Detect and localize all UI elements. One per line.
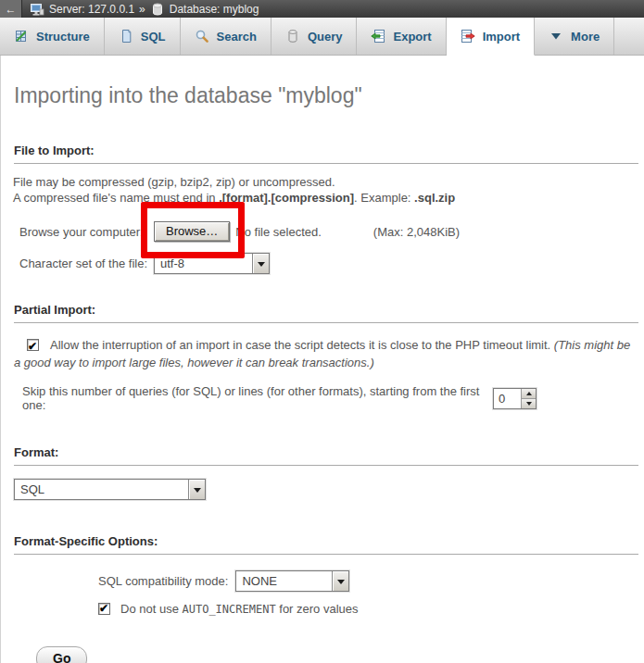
tab-export[interactable]: Export: [357, 18, 446, 55]
auto-increment-checkbox[interactable]: [98, 603, 110, 615]
tab-label: Structure: [36, 30, 90, 44]
browse-button[interactable]: Browse…: [154, 221, 230, 242]
breadcrumb: Server: 127.0.0.1 » Database: myblog: [30, 2, 259, 17]
sql-compatibility-row: SQL compatibility mode: NONE: [98, 570, 644, 592]
spinner: [521, 389, 536, 408]
sql-compatibility-select[interactable]: NONE: [235, 570, 349, 592]
page-title: Importing into the database "myblog": [8, 56, 644, 108]
charset-label: Character set of the file:: [19, 256, 154, 270]
server-icon: [30, 2, 44, 17]
tab-label: Search: [217, 30, 257, 44]
skip-queries-input[interactable]: 0: [493, 388, 537, 409]
tab-label: SQL: [141, 30, 166, 44]
query-icon: [285, 29, 300, 44]
chevron-down-icon: [549, 29, 563, 44]
example-extension: .sql.zip: [414, 191, 455, 205]
format-select[interactable]: SQL: [14, 479, 206, 500]
breadcrumb-server-link[interactable]: Server: 127.0.0.1: [49, 3, 134, 16]
skip-queries-value: 0: [494, 389, 521, 408]
allow-interrupt-text: Allow the interruption of an import in c…: [50, 338, 554, 352]
format-row: SQL: [14, 479, 644, 500]
search-icon: [195, 29, 209, 44]
back-button[interactable]: ←: [0, 0, 22, 18]
compression-info-line2: A compressed file's name must end in .[f…: [13, 190, 644, 206]
no-file-selected-text: No file selected.: [235, 225, 322, 239]
max-upload-size: (Max: 2,048KiB): [373, 225, 460, 239]
browse-label: Browse your computer:: [19, 225, 154, 239]
section-heading-partial-import: Partial Import:: [14, 303, 638, 323]
chevron-down-icon[interactable]: [188, 480, 205, 499]
section-heading-format-options: Format-Specific Options:: [14, 534, 638, 555]
format-pattern: .[format].[compression]: [219, 191, 354, 205]
tab-sql[interactable]: SQL: [105, 18, 181, 55]
sql-compatibility-value: NONE: [236, 571, 332, 591]
back-arrow-icon: ←: [6, 3, 17, 16]
file-upload-row: Browse your computer: Browse… No file se…: [19, 221, 644, 242]
import-icon: [461, 29, 475, 44]
chevron-down-icon[interactable]: [252, 254, 269, 273]
allow-interrupt-option: Allow the interruption of an import in c…: [14, 336, 640, 371]
sql-icon: [119, 29, 133, 44]
spinner-up-icon[interactable]: [522, 389, 536, 399]
tab-query[interactable]: Query: [271, 18, 358, 55]
skip-queries-label: Skip this number of queries (for SQL) or…: [22, 384, 493, 412]
tab-label: More: [571, 30, 600, 44]
tab-label: Import: [483, 30, 520, 44]
chevron-down-icon[interactable]: [332, 571, 348, 591]
auto-increment-text: Do not use AUTO_INCREMENT for zero value…: [120, 602, 359, 616]
section-heading-file-to-import: File to Import:: [14, 144, 638, 164]
charset-selected-value: utf-8: [155, 254, 252, 273]
tab-bar: Structure SQL Search Query Export: [0, 18, 644, 56]
breadcrumb-bar: ← Server: 127.0.0.1 » Database: myblog: [0, 0, 644, 18]
tab-more[interactable]: More: [535, 18, 614, 55]
export-icon: [371, 29, 385, 44]
tab-structure[interactable]: Structure: [0, 18, 105, 55]
breadcrumb-separator: »: [139, 3, 145, 16]
allow-interrupt-checkbox[interactable]: [27, 339, 39, 351]
auto-increment-option: Do not use AUTO_INCREMENT for zero value…: [98, 602, 644, 616]
compression-info-line1: File may be compressed (gzip, bzip2, zip…: [13, 174, 644, 190]
import-page: Importing into the database "myblog" Fil…: [0, 56, 644, 663]
breadcrumb-database-link[interactable]: Database: myblog: [170, 3, 259, 16]
format-selected-value: SQL: [15, 480, 188, 499]
charset-row: Character set of the file: utf-8: [19, 253, 644, 274]
charset-select[interactable]: utf-8: [154, 253, 270, 274]
auto-increment-keyword: AUTO_INCREMENT: [183, 603, 276, 616]
skip-queries-row: Skip this number of queries (for SQL) or…: [22, 384, 644, 412]
sql-compatibility-label: SQL compatibility mode:: [98, 574, 228, 588]
structure-icon: [14, 29, 29, 44]
tab-label: Query: [308, 30, 343, 44]
tab-label: Export: [393, 30, 431, 44]
database-icon: [150, 2, 165, 17]
spinner-down-icon[interactable]: [522, 399, 536, 408]
tab-import[interactable]: Import: [447, 18, 535, 56]
section-heading-format: Format:: [14, 445, 638, 466]
tab-search[interactable]: Search: [181, 18, 271, 55]
go-button[interactable]: Go: [36, 646, 87, 663]
